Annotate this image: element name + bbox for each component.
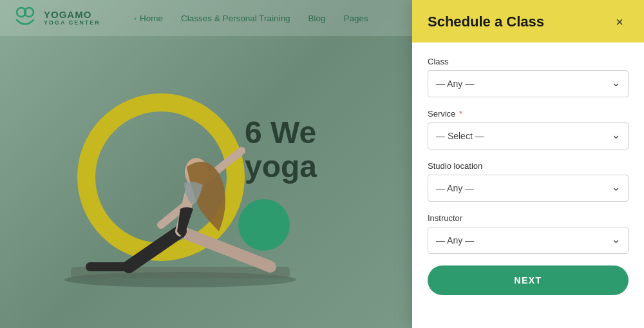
panel-body: Class — Any — Service * — Select — Studi… [412,43,644,328]
schedule-panel: Schedule a Class × Class — Any — Service… [412,0,644,328]
navigation: YOGAMO YOGA CENTER Home Classes & Person… [0,0,412,36]
nav-link-classes[interactable]: Classes & Personal Training [181,14,290,23]
location-select-wrapper: — Any — [428,175,629,202]
svg-line-3 [129,231,180,267]
next-button[interactable]: NEXT [428,265,629,295]
service-select-wrapper: — Select — [428,122,629,150]
instructor-select-wrapper: — Any — [428,227,629,254]
class-label: Class [428,57,629,66]
instructor-select[interactable]: — Any — [428,227,629,254]
service-select[interactable]: — Select — [428,122,629,150]
hero-background: 6 We yoga [0,0,412,328]
nav-link-pages[interactable]: Pages [344,14,368,23]
location-label: Studio location [428,161,629,171]
class-select-wrapper: — Any — [428,70,629,97]
panel-title: Schedule a Class [428,14,544,30]
nav-link-blog[interactable]: Blog [308,14,326,23]
instructor-field-group: Instructor — Any — [428,213,629,254]
hero-cta-button[interactable] [238,199,290,251]
hero-text: 6 We yoga [245,116,317,184]
location-select[interactable]: — Any — [428,175,629,202]
logo-name: YOGAMO [44,10,100,21]
service-label: Service * [428,109,629,119]
location-field-group: Studio location — Any — [428,161,629,202]
close-button[interactable]: × [611,13,629,31]
logo: YOGAMO YOGA CENTER [13,6,100,30]
class-select[interactable]: — Any — [428,70,629,97]
service-field-group: Service * — Select — [428,109,629,150]
instructor-label: Instructor [428,213,629,223]
logo-subtitle: YOGA CENTER [44,20,100,26]
nav-link-home[interactable]: Home [134,14,163,23]
required-marker: * [457,109,462,119]
nav-links: Home Classes & Personal Training Blog Pa… [134,14,368,23]
panel-header: Schedule a Class × [412,0,644,43]
class-field-group: Class — Any — [428,57,629,97]
